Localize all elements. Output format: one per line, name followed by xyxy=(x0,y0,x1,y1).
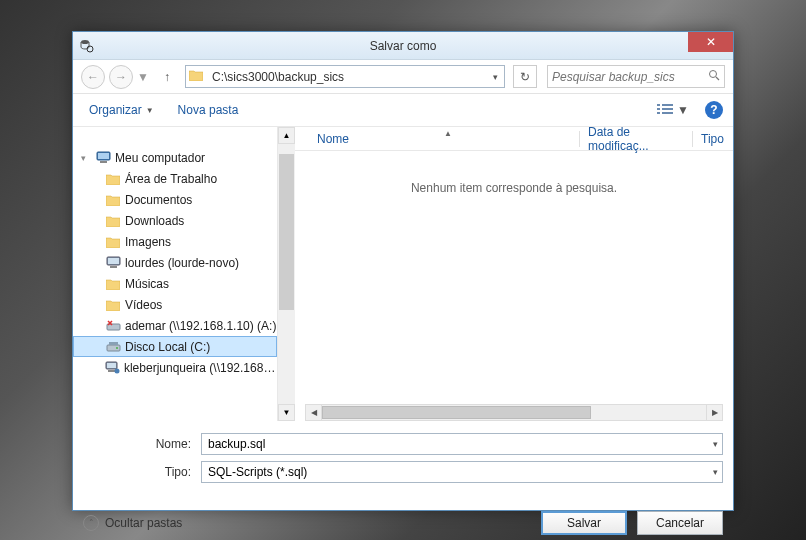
tree-root-label: Meu computador xyxy=(115,151,205,165)
filename-input[interactable] xyxy=(208,437,716,451)
column-modified[interactable]: Data de modificaç... xyxy=(580,125,692,153)
tree-scrollbar[interactable]: ▲ ▼ xyxy=(278,127,295,421)
column-type[interactable]: Tipo xyxy=(693,132,733,146)
filetype-field[interactable]: SQL-Scripts (*.sql) ▾ xyxy=(201,461,723,483)
tree-item[interactable]: Área de Trabalho xyxy=(73,168,277,189)
scroll-left-button[interactable]: ◀ xyxy=(305,404,322,421)
arrow-up-icon: ↑ xyxy=(164,70,170,84)
navigation-bar: ← → ▼ ↑ C:\sics3000\backup_sics ▾ ↻ xyxy=(73,60,733,94)
tree-item-label: ademar (\\192.168.1.10) (A:) xyxy=(125,319,276,333)
column-name[interactable]: Nome ▲ xyxy=(309,132,579,146)
svg-line-3 xyxy=(716,77,719,80)
new-folder-button[interactable]: Nova pasta xyxy=(172,99,245,121)
tree-item[interactable]: kleberjunqueira (\\192.168.1... xyxy=(73,357,277,378)
chevron-down-icon: ▼ xyxy=(137,70,149,84)
tree-item[interactable]: Documentos xyxy=(73,189,277,210)
organize-button[interactable]: Organizar ▼ xyxy=(83,99,160,121)
search-icon xyxy=(708,69,720,84)
chevron-down-icon: ▼ xyxy=(677,103,689,117)
column-type-label: Tipo xyxy=(701,132,724,146)
close-icon: ✕ xyxy=(706,35,716,49)
scroll-up-button[interactable]: ▲ xyxy=(278,127,295,144)
dialog-title: Salvar como xyxy=(73,39,733,53)
filename-row: Nome: ▾ xyxy=(83,433,723,455)
chevron-down-icon[interactable]: ▾ xyxy=(713,439,718,449)
sort-asc-icon: ▲ xyxy=(444,129,452,138)
tree-item-label: Área de Trabalho xyxy=(125,172,217,186)
close-button[interactable]: ✕ xyxy=(688,32,733,52)
svg-rect-5 xyxy=(662,104,673,106)
svg-rect-22 xyxy=(108,370,115,372)
svg-point-23 xyxy=(114,369,119,374)
toolbar: Organizar ▼ Nova pasta ▼ ? xyxy=(73,94,733,127)
svg-rect-14 xyxy=(108,258,119,264)
tree-item[interactable]: Vídeos xyxy=(73,294,277,315)
hide-folders-button[interactable]: ˄ Ocultar pastas xyxy=(83,515,182,531)
folder-tree[interactable]: ▾ Meu computador Área de TrabalhoDocumen… xyxy=(73,127,278,421)
drive-icon xyxy=(105,339,121,355)
tree-item[interactable]: Músicas xyxy=(73,273,277,294)
address-dropdown-button[interactable]: ▾ xyxy=(486,72,504,82)
tree-item-label: lourdes (lourde-novo) xyxy=(125,256,239,270)
help-button[interactable]: ? xyxy=(705,101,723,119)
scroll-track[interactable] xyxy=(322,404,706,421)
svg-point-2 xyxy=(710,71,717,78)
column-headers: Nome ▲ Data de modificaç... Tipo xyxy=(295,127,733,151)
file-list-area: Nome ▲ Data de modificaç... Tipo Nenhum … xyxy=(295,127,733,421)
save-button[interactable]: Salvar xyxy=(541,511,627,535)
tree-item[interactable]: ademar (\\192.168.1.10) (A:) xyxy=(73,315,277,336)
app-icon xyxy=(79,38,95,54)
scroll-right-button[interactable]: ▶ xyxy=(706,404,723,421)
address-bar[interactable]: C:\sics3000\backup_sics ▾ xyxy=(185,65,505,88)
back-button[interactable]: ← xyxy=(81,65,105,89)
up-button[interactable]: ↑ xyxy=(157,67,177,87)
svg-rect-6 xyxy=(657,108,660,110)
tree-root-computer[interactable]: ▾ Meu computador xyxy=(73,147,277,168)
filetype-row: Tipo: SQL-Scripts (*.sql) ▾ xyxy=(83,461,723,483)
svg-rect-19 xyxy=(109,342,118,345)
tree-item[interactable]: Disco Local (C:) xyxy=(73,336,277,357)
tree-item[interactable]: Imagens xyxy=(73,231,277,252)
scroll-track[interactable] xyxy=(278,144,295,404)
scroll-thumb[interactable] xyxy=(322,406,591,419)
folder-icon xyxy=(105,297,121,313)
address-text: C:\sics3000\backup_sics xyxy=(210,70,486,84)
svg-rect-11 xyxy=(98,153,109,159)
folder-icon xyxy=(105,213,121,229)
content-area: ▾ Meu computador Área de TrabalhoDocumen… xyxy=(73,127,733,421)
expand-icon[interactable]: ▾ xyxy=(81,153,91,163)
recent-locations-button[interactable]: ▼ xyxy=(137,70,149,84)
titlebar: Salvar como ✕ xyxy=(73,32,733,60)
filename-label: Nome: xyxy=(83,437,201,451)
folder-icon xyxy=(105,171,121,187)
help-icon: ? xyxy=(710,103,717,117)
scroll-thumb[interactable] xyxy=(279,154,294,310)
svg-rect-17 xyxy=(107,345,120,351)
tree-item-label: Imagens xyxy=(125,235,171,249)
tree-item-label: Músicas xyxy=(125,277,169,291)
filename-field[interactable]: ▾ xyxy=(201,433,723,455)
cancel-button[interactable]: Cancelar xyxy=(637,511,723,535)
hide-folders-label: Ocultar pastas xyxy=(105,516,182,530)
forward-button[interactable]: → xyxy=(109,65,133,89)
tree-item[interactable]: Downloads xyxy=(73,210,277,231)
refresh-button[interactable]: ↻ xyxy=(513,65,537,88)
view-options-button[interactable]: ▼ xyxy=(653,101,693,120)
svg-rect-9 xyxy=(662,112,673,114)
folder-icon xyxy=(105,234,121,250)
search-box[interactable] xyxy=(547,65,725,88)
svg-rect-21 xyxy=(107,363,116,368)
netdrive-x-icon xyxy=(105,318,121,334)
folder-icon xyxy=(105,192,121,208)
list-h-scrollbar[interactable]: ◀ ▶ xyxy=(305,404,723,421)
tree-item-label: Disco Local (C:) xyxy=(125,340,210,354)
column-modified-label: Data de modificaç... xyxy=(588,125,684,153)
tree-item[interactable]: lourdes (lourde-novo) xyxy=(73,252,277,273)
arrow-right-icon: → xyxy=(115,70,127,84)
chevron-up-icon: ˄ xyxy=(83,515,99,531)
scroll-down-button[interactable]: ▼ xyxy=(278,404,295,421)
netcomp-icon xyxy=(105,360,120,376)
search-input[interactable] xyxy=(552,70,708,84)
tree-item-label: Downloads xyxy=(125,214,184,228)
chevron-down-icon[interactable]: ▾ xyxy=(713,467,718,477)
